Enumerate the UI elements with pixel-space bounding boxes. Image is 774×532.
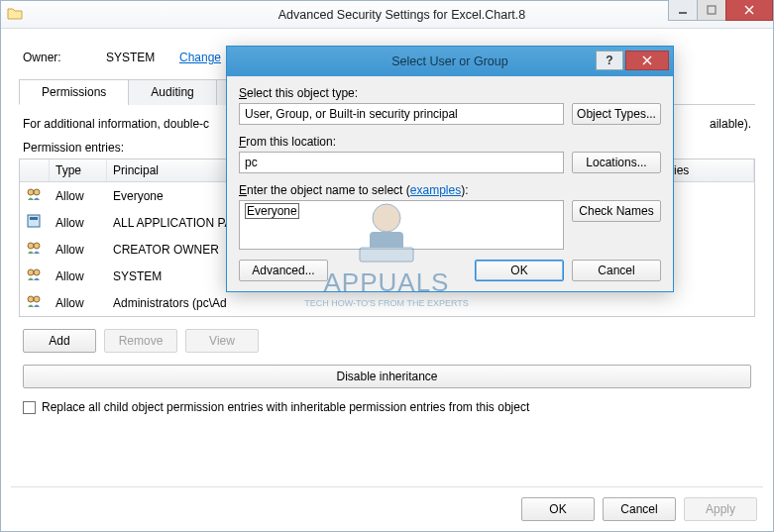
cell-type: Allow xyxy=(50,187,107,205)
select-user-group-dialog: Select User or Group ? Select this objec… xyxy=(226,46,674,292)
user-icon xyxy=(20,238,50,261)
object-name-input[interactable]: Everyone xyxy=(239,200,564,250)
cell-applies xyxy=(644,301,754,305)
svg-rect-1 xyxy=(708,6,716,14)
check-names-button[interactable]: Check Names xyxy=(572,200,661,222)
svg-point-13 xyxy=(34,296,40,302)
svg-point-10 xyxy=(28,269,34,275)
main-titlebar: Advanced Security Settings for Excel.Cha… xyxy=(1,1,773,29)
svg-point-4 xyxy=(28,189,34,195)
col-type[interactable]: Type xyxy=(50,160,107,181)
view-button[interactable]: View xyxy=(185,329,259,353)
tab-auditing[interactable]: Auditing xyxy=(128,79,216,105)
main-ok-button[interactable]: OK xyxy=(521,497,595,521)
disable-inheritance-button[interactable]: Disable inheritance xyxy=(23,365,751,388)
cell-access xyxy=(369,301,517,305)
owner-value: SYSTEM xyxy=(106,51,166,64)
object-types-button[interactable]: Object Types... xyxy=(572,103,661,125)
locations-button[interactable]: Locations... xyxy=(572,152,661,173)
cell-type: Allow xyxy=(50,294,107,312)
cell-inherited xyxy=(517,301,644,305)
minimize-button[interactable] xyxy=(668,0,698,21)
cell-type: Allow xyxy=(50,241,107,259)
col-icon[interactable] xyxy=(20,160,50,181)
close-button[interactable] xyxy=(725,0,773,21)
svg-rect-7 xyxy=(30,217,38,220)
tab-permissions[interactable]: Permissions xyxy=(19,79,129,105)
from-location-label: From this location: xyxy=(239,135,661,149)
modal-ok-button[interactable]: OK xyxy=(475,260,564,281)
main-window-title: Advanced Security Settings for Excel.Cha… xyxy=(31,8,773,22)
replace-row: Replace all child object permission entr… xyxy=(23,400,751,414)
cell-principal: Administrators (pc\Ad xyxy=(107,294,369,312)
enter-name-label: Enter the object name to select (example… xyxy=(239,183,661,197)
maximize-button[interactable] xyxy=(697,0,726,21)
folder-icon xyxy=(7,6,23,23)
svg-point-9 xyxy=(34,243,40,249)
replace-checkbox[interactable] xyxy=(23,401,36,414)
svg-rect-6 xyxy=(28,215,40,227)
svg-point-11 xyxy=(34,269,40,275)
modal-titlebar: Select User or Group ? xyxy=(227,47,673,76)
footer-divider xyxy=(11,486,763,487)
from-location-input[interactable]: pc xyxy=(239,152,564,173)
owner-label: Owner: xyxy=(23,51,92,64)
main-cancel-button[interactable]: Cancel xyxy=(603,497,676,521)
main-apply-button[interactable]: Apply xyxy=(684,497,757,521)
cell-type: Allow xyxy=(50,214,107,232)
cell-type: Allow xyxy=(50,267,107,285)
object-type-label: Select this object type: xyxy=(239,86,661,100)
remove-button[interactable]: Remove xyxy=(104,329,177,353)
user-icon xyxy=(20,211,50,234)
help-button[interactable]: ? xyxy=(596,51,623,70)
user-icon xyxy=(20,265,50,287)
svg-point-5 xyxy=(34,189,40,195)
svg-point-12 xyxy=(28,296,34,302)
replace-label: Replace all child object permission entr… xyxy=(42,400,529,414)
advanced-button[interactable]: Advanced... xyxy=(239,260,328,281)
change-owner-link[interactable]: Change xyxy=(179,51,221,64)
table-row[interactable]: AllowUsers (pc\Users)ReadParent ObjectTh… xyxy=(20,316,754,317)
modal-cancel-button[interactable]: Cancel xyxy=(572,260,661,281)
table-row[interactable]: AllowAdministrators (pc\Ad xyxy=(20,289,754,316)
user-icon xyxy=(20,291,50,314)
examples-link[interactable]: examples xyxy=(410,183,461,197)
add-button[interactable]: Add xyxy=(23,329,96,353)
modal-close-button[interactable] xyxy=(625,51,669,70)
object-type-input[interactable]: User, Group, or Built-in security princi… xyxy=(239,103,564,125)
user-icon xyxy=(20,184,50,207)
svg-point-8 xyxy=(28,243,34,249)
